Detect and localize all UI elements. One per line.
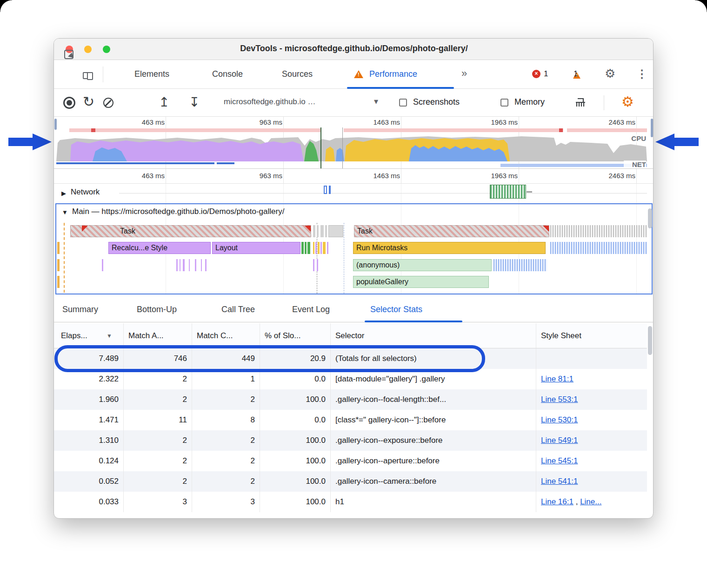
title-bar[interactable]: DevTools - microsoftedge.github.io/Demos… — [54, 39, 654, 60]
style-sheet-link[interactable]: Line 81:1 — [541, 374, 574, 383]
disclosure-expanded-icon[interactable]: ▼ — [62, 209, 68, 216]
overview-tick: 2463 ms — [598, 118, 635, 126]
garbage-collect-brush-icon[interactable] — [574, 96, 587, 109]
network-request[interactable] — [490, 185, 526, 199]
table-row[interactable]: 1.471 11 8 0.0 [class*=" gallery-icon--"… — [54, 410, 647, 430]
style-sheet-link[interactable]: Line 545:1 — [541, 456, 578, 465]
flame-bar-task[interactable]: Task — [70, 225, 311, 237]
flame-bar-run-microtasks[interactable]: Run Microtasks — [353, 242, 546, 254]
activity-sliver[interactable] — [301, 242, 304, 254]
settings-gear-icon[interactable]: ⚙ — [605, 67, 615, 81]
tab-event-log[interactable]: Event Log — [292, 305, 330, 314]
style-sheet-link[interactable]: Line 553:1 — [541, 395, 578, 404]
dense-task-region[interactable] — [550, 225, 647, 237]
clear-icon[interactable] — [103, 98, 113, 108]
cpu-activity-chart[interactable] — [56, 134, 647, 161]
range-divider-line[interactable] — [342, 127, 343, 168]
activity-sliver[interactable] — [201, 259, 202, 271]
screenshots-checkbox[interactable] — [399, 99, 407, 107]
activity-sliver[interactable] — [180, 259, 180, 271]
activity-sliver[interactable] — [318, 242, 320, 254]
activity-sliver[interactable] — [313, 225, 315, 237]
tab-bottom-up[interactable]: Bottom-Up — [137, 305, 177, 314]
flame-bar-populate-gallery[interactable]: populateGallery — [353, 276, 489, 288]
activity-sliver[interactable] — [189, 259, 190, 271]
activity-sliver[interactable] — [195, 259, 196, 271]
column-header-selector[interactable]: Selector — [331, 323, 536, 348]
dense-js-region[interactable] — [494, 259, 547, 271]
style-sheet-link[interactable]: Line... — [580, 497, 601, 506]
flame-bar-recalc-style[interactable]: Recalcu...e Style — [108, 242, 211, 254]
capture-settings-gear-icon[interactable]: ⚙ — [621, 94, 634, 110]
style-sheet-link[interactable]: Line 549:1 — [541, 436, 578, 445]
device-toolbar-icon[interactable] — [83, 72, 92, 79]
kebab-menu-icon[interactable]: ⋮ — [636, 67, 647, 80]
table-row[interactable]: 0.052 2 2 100.0 .gallery-icon--camera::b… — [54, 471, 647, 492]
activity-sliver[interactable] — [307, 242, 310, 254]
download-profile-icon[interactable]: ↧ — [189, 94, 200, 110]
range-handle-left[interactable] — [54, 119, 57, 130]
error-count[interactable]: 1 — [544, 69, 548, 79]
column-header-match-count[interactable]: Match C... — [192, 323, 260, 348]
table-row[interactable]: 1.310 2 2 100.0 .gallery-icon--exposure:… — [54, 430, 647, 451]
disclosure-collapsed-icon[interactable]: ▶ — [61, 190, 66, 197]
network-request[interactable] — [324, 186, 327, 194]
chevron-down-icon[interactable]: ▾ — [374, 96, 378, 107]
activity-sliver[interactable] — [317, 225, 319, 237]
inspect-icon[interactable] — [64, 50, 73, 59]
table-row[interactable]: 0.033 3 3 100.0 h1 Line 16:1 , Line... — [54, 492, 647, 512]
more-tabs-icon[interactable]: » — [461, 67, 467, 80]
activity-sliver[interactable] — [313, 242, 314, 254]
activity-sliver[interactable] — [320, 242, 322, 254]
history-dropdown[interactable]: microsoftedge.github.io … — [224, 97, 316, 107]
activity-sliver[interactable] — [325, 225, 327, 237]
main-thread-label[interactable]: Main — https://microsoftedge.github.io/D… — [72, 207, 284, 216]
cell-style-sheet — [536, 348, 647, 369]
flame-bar-anonymous[interactable]: (anonymous) — [353, 259, 492, 271]
tab-console[interactable]: Console — [212, 69, 243, 79]
activity-sliver[interactable] — [323, 242, 326, 254]
timeline-overview[interactable]: 463 ms 963 ms 1463 ms 1963 ms 2463 ms CP… — [54, 117, 654, 169]
activity-sliver[interactable] — [315, 242, 317, 254]
tab-performance[interactable]: Performance — [369, 69, 417, 79]
reload-icon[interactable]: ↻ — [83, 94, 94, 110]
activity-sliver[interactable] — [328, 225, 343, 237]
tab-summary[interactable]: Summary — [62, 305, 98, 314]
range-handle-right[interactable] — [651, 119, 653, 137]
style-sheet-link[interactable]: Line 541:1 — [541, 477, 578, 486]
activity-sliver[interactable] — [205, 259, 207, 271]
memory-checkbox[interactable] — [500, 99, 508, 107]
column-header-elapsed[interactable]: Elaps...▼ — [56, 323, 124, 348]
table-row[interactable]: 1.960 2 2 100.0 .gallery-icon--focal-len… — [54, 389, 647, 410]
error-badge-icon[interactable]: × — [532, 70, 540, 78]
flame-bar-task[interactable]: Task — [354, 225, 549, 237]
tab-elements[interactable]: Elements — [134, 69, 169, 79]
style-sheet-link[interactable]: Line 530:1 — [541, 415, 578, 424]
activity-sliver[interactable] — [313, 259, 314, 271]
playhead-line[interactable] — [320, 127, 321, 168]
activity-sliver[interactable] — [176, 259, 178, 271]
column-header-style-sheet[interactable]: Style Sheet — [536, 323, 647, 348]
activity-sliver[interactable] — [317, 259, 318, 271]
warning-count[interactable]: 1 — [574, 69, 578, 79]
activity-sliver[interactable] — [102, 259, 103, 271]
table-row[interactable]: 0.124 2 2 100.0 .gallery-icon--aperture:… — [54, 451, 647, 471]
activity-sliver[interactable] — [327, 242, 328, 254]
record-button[interactable] — [63, 97, 75, 109]
style-sheet-link[interactable]: Line 16:1 — [541, 497, 574, 506]
activity-sliver[interactable] — [183, 259, 185, 271]
table-scrollbar-thumb[interactable] — [648, 326, 652, 355]
tab-selector-stats[interactable]: Selector Stats — [370, 305, 422, 314]
flame-scrollbar-thumb[interactable] — [648, 208, 652, 228]
dense-js-region[interactable] — [550, 242, 647, 254]
network-request[interactable] — [329, 186, 331, 194]
activity-sliver[interactable] — [305, 242, 307, 254]
upload-profile-icon[interactable]: ↥ — [159, 94, 169, 110]
network-track-label[interactable]: Network — [71, 187, 100, 197]
column-header-match-attempts[interactable]: Match A... — [124, 323, 192, 348]
tab-call-tree[interactable]: Call Tree — [221, 305, 255, 314]
tab-sources[interactable]: Sources — [282, 69, 313, 79]
flame-bar-layout[interactable]: Layout — [212, 242, 300, 254]
activity-sliver[interactable] — [320, 225, 324, 237]
column-header-slow-path[interactable]: % of Slo... — [260, 323, 331, 348]
